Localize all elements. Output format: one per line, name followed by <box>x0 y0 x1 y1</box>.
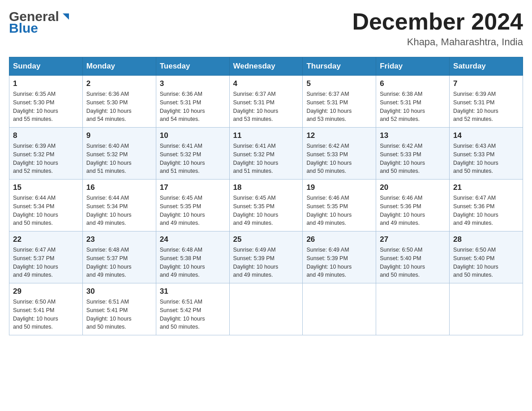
calendar-cell: 23Sunrise: 6:48 AMSunset: 5:37 PMDayligh… <box>82 231 156 283</box>
day-number: 27 <box>380 235 446 244</box>
logo-area: General Blue <box>9 9 71 35</box>
calendar-cell: 17Sunrise: 6:45 AMSunset: 5:35 PMDayligh… <box>156 180 229 231</box>
day-info: Sunrise: 6:43 AMSunset: 5:33 PMDaylight:… <box>453 142 519 176</box>
day-number: 1 <box>13 79 79 88</box>
day-number: 2 <box>86 79 152 88</box>
day-info: Sunrise: 6:36 AMSunset: 5:31 PMDaylight:… <box>160 90 226 124</box>
day-info: Sunrise: 6:46 AMSunset: 5:35 PMDaylight:… <box>306 194 372 227</box>
day-number: 10 <box>160 131 226 140</box>
day-info: Sunrise: 6:44 AMSunset: 5:34 PMDaylight:… <box>13 194 79 227</box>
day-number: 13 <box>380 131 446 140</box>
day-info: Sunrise: 6:46 AMSunset: 5:36 PMDaylight:… <box>380 194 446 227</box>
calendar-cell <box>229 283 303 335</box>
day-number: 14 <box>453 131 519 140</box>
day-number: 26 <box>306 235 372 244</box>
calendar-cell: 10Sunrise: 6:41 AMSunset: 5:32 PMDayligh… <box>156 128 229 180</box>
calendar-cell: 21Sunrise: 6:47 AMSunset: 5:36 PMDayligh… <box>450 180 523 231</box>
day-number: 29 <box>13 287 79 296</box>
day-info: Sunrise: 6:41 AMSunset: 5:32 PMDaylight:… <box>160 142 226 176</box>
day-number: 17 <box>160 183 226 192</box>
calendar-cell: 2Sunrise: 6:36 AMSunset: 5:30 PMDaylight… <box>82 76 156 128</box>
calendar-cell <box>450 283 523 335</box>
location-text: Khapa, Maharashtra, India <box>352 36 523 48</box>
calendar-cell <box>303 283 376 335</box>
weekday-thursday: Thursday <box>303 57 376 76</box>
calendar-cell: 31Sunrise: 6:51 AMSunset: 5:42 PMDayligh… <box>156 283 229 335</box>
calendar-cell: 29Sunrise: 6:50 AMSunset: 5:41 PMDayligh… <box>9 283 83 335</box>
month-title: December 2024 <box>352 9 523 34</box>
day-info: Sunrise: 6:39 AMSunset: 5:32 PMDaylight:… <box>13 142 79 176</box>
calendar-cell: 3Sunrise: 6:36 AMSunset: 5:31 PMDaylight… <box>156 76 229 128</box>
day-number: 19 <box>306 183 372 192</box>
calendar-cell: 8Sunrise: 6:39 AMSunset: 5:32 PMDaylight… <box>9 128 83 180</box>
day-info: Sunrise: 6:48 AMSunset: 5:38 PMDaylight:… <box>160 246 226 279</box>
day-info: Sunrise: 6:42 AMSunset: 5:33 PMDaylight:… <box>306 142 372 176</box>
day-number: 23 <box>86 235 152 244</box>
calendar-cell: 12Sunrise: 6:42 AMSunset: 5:33 PMDayligh… <box>303 128 376 180</box>
day-number: 3 <box>160 79 226 88</box>
calendar-cell: 24Sunrise: 6:48 AMSunset: 5:38 PMDayligh… <box>156 231 229 283</box>
day-info: Sunrise: 6:38 AMSunset: 5:31 PMDaylight:… <box>380 90 446 124</box>
calendar-cell: 16Sunrise: 6:44 AMSunset: 5:34 PMDayligh… <box>82 180 156 231</box>
weekday-saturday: Saturday <box>450 57 523 76</box>
day-number: 24 <box>160 235 226 244</box>
calendar-cell: 25Sunrise: 6:49 AMSunset: 5:39 PMDayligh… <box>229 231 303 283</box>
weekday-tuesday: Tuesday <box>156 57 229 76</box>
day-number: 20 <box>380 183 446 192</box>
week-row-4: 22Sunrise: 6:47 AMSunset: 5:37 PMDayligh… <box>9 231 523 283</box>
day-info: Sunrise: 6:35 AMSunset: 5:30 PMDaylight:… <box>13 90 79 124</box>
day-number: 11 <box>233 131 299 140</box>
title-area: December 2024 Khapa, Maharashtra, India <box>352 9 523 48</box>
logo-triangle-icon <box>61 12 71 21</box>
calendar-cell: 30Sunrise: 6:51 AMSunset: 5:41 PMDayligh… <box>82 283 156 335</box>
day-info: Sunrise: 6:50 AMSunset: 5:41 PMDaylight:… <box>13 298 79 331</box>
day-info: Sunrise: 6:40 AMSunset: 5:32 PMDaylight:… <box>86 142 152 176</box>
day-number: 9 <box>86 131 152 140</box>
day-number: 8 <box>13 131 79 140</box>
page-header: General Blue December 2024 Khapa, Mahara… <box>9 9 523 48</box>
calendar-cell: 26Sunrise: 6:49 AMSunset: 5:39 PMDayligh… <box>303 231 376 283</box>
day-info: Sunrise: 6:41 AMSunset: 5:32 PMDaylight:… <box>233 142 299 176</box>
day-number: 16 <box>86 183 152 192</box>
day-number: 4 <box>233 79 299 88</box>
day-info: Sunrise: 6:37 AMSunset: 5:31 PMDaylight:… <box>306 90 372 124</box>
day-number: 7 <box>453 79 519 88</box>
calendar-cell: 27Sunrise: 6:50 AMSunset: 5:40 PMDayligh… <box>376 231 450 283</box>
day-info: Sunrise: 6:51 AMSunset: 5:42 PMDaylight:… <box>160 298 226 331</box>
calendar-cell: 5Sunrise: 6:37 AMSunset: 5:31 PMDaylight… <box>303 76 376 128</box>
calendar-cell: 20Sunrise: 6:46 AMSunset: 5:36 PMDayligh… <box>376 180 450 231</box>
calendar-cell: 22Sunrise: 6:47 AMSunset: 5:37 PMDayligh… <box>9 231 83 283</box>
day-info: Sunrise: 6:37 AMSunset: 5:31 PMDaylight:… <box>233 90 299 124</box>
day-info: Sunrise: 6:48 AMSunset: 5:37 PMDaylight:… <box>86 246 152 279</box>
calendar-table: SundayMondayTuesdayWednesdayThursdayFrid… <box>9 57 523 335</box>
calendar-cell: 7Sunrise: 6:39 AMSunset: 5:31 PMDaylight… <box>450 76 523 128</box>
weekday-header-row: SundayMondayTuesdayWednesdayThursdayFrid… <box>9 57 523 76</box>
calendar-cell: 6Sunrise: 6:38 AMSunset: 5:31 PMDaylight… <box>376 76 450 128</box>
day-number: 30 <box>86 287 152 296</box>
calendar-cell: 13Sunrise: 6:42 AMSunset: 5:33 PMDayligh… <box>376 128 450 180</box>
day-info: Sunrise: 6:49 AMSunset: 5:39 PMDaylight:… <box>233 246 299 279</box>
calendar-cell <box>376 283 450 335</box>
day-info: Sunrise: 6:50 AMSunset: 5:40 PMDaylight:… <box>453 246 519 279</box>
calendar-cell: 1Sunrise: 6:35 AMSunset: 5:30 PMDaylight… <box>9 76 83 128</box>
day-info: Sunrise: 6:47 AMSunset: 5:36 PMDaylight:… <box>453 194 519 227</box>
day-info: Sunrise: 6:45 AMSunset: 5:35 PMDaylight:… <box>160 194 226 227</box>
day-info: Sunrise: 6:44 AMSunset: 5:34 PMDaylight:… <box>86 194 152 227</box>
day-number: 21 <box>453 183 519 192</box>
weekday-wednesday: Wednesday <box>229 57 303 76</box>
weekday-monday: Monday <box>82 57 156 76</box>
calendar-cell: 28Sunrise: 6:50 AMSunset: 5:40 PMDayligh… <box>450 231 523 283</box>
day-info: Sunrise: 6:36 AMSunset: 5:30 PMDaylight:… <box>86 90 152 124</box>
calendar-cell: 4Sunrise: 6:37 AMSunset: 5:31 PMDaylight… <box>229 76 303 128</box>
day-number: 25 <box>233 235 299 244</box>
day-number: 5 <box>306 79 372 88</box>
svg-marker-0 <box>63 13 69 20</box>
day-info: Sunrise: 6:51 AMSunset: 5:41 PMDaylight:… <box>86 298 152 331</box>
calendar-cell: 9Sunrise: 6:40 AMSunset: 5:32 PMDaylight… <box>82 128 156 180</box>
weekday-sunday: Sunday <box>9 57 83 76</box>
day-info: Sunrise: 6:45 AMSunset: 5:35 PMDaylight:… <box>233 194 299 227</box>
calendar-cell: 19Sunrise: 6:46 AMSunset: 5:35 PMDayligh… <box>303 180 376 231</box>
week-row-5: 29Sunrise: 6:50 AMSunset: 5:41 PMDayligh… <box>9 283 523 335</box>
day-info: Sunrise: 6:47 AMSunset: 5:37 PMDaylight:… <box>13 246 79 279</box>
calendar-cell: 18Sunrise: 6:45 AMSunset: 5:35 PMDayligh… <box>229 180 303 231</box>
